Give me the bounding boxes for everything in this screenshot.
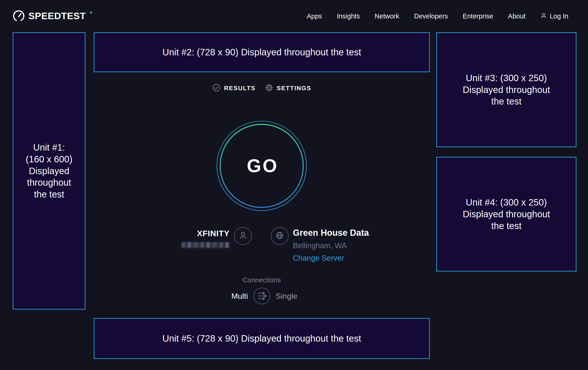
view-tabs: RESULTS SETTINGS (94, 83, 430, 94)
connections-toggle[interactable] (253, 287, 271, 305)
isp-name: XFINITY (181, 229, 230, 238)
nav-item-apps[interactable]: Apps (307, 12, 322, 20)
server-avatar (271, 227, 289, 245)
connections-single-option[interactable]: Single (276, 291, 304, 300)
tab-settings-label: SETTINGS (277, 85, 311, 92)
speedtest-gauge-icon (13, 10, 25, 23)
tab-settings[interactable]: SETTINGS (265, 83, 311, 93)
tab-results[interactable]: RESULTS (212, 83, 256, 93)
nav-item-enterprise[interactable]: Enterprise (462, 12, 493, 20)
server-block: Green House Data Bellingham, WA Change S… (293, 228, 369, 262)
nav-item-insights[interactable]: Insights (337, 12, 360, 20)
ad-unit-3: Unit #3: (300 x 250) Displayed throughou… (436, 32, 577, 147)
ad-unit-1-label: Unit #1: (160 x 600) Displayed throughou… (24, 142, 74, 200)
check-circle-icon (212, 83, 220, 93)
gear-icon (265, 83, 273, 93)
connections-row: Multi Single (94, 287, 430, 305)
ad-unit-2: Unit #2: (728 x 90) Displayed throughout… (94, 32, 430, 72)
login-label: Log In (550, 12, 568, 20)
nav-item-about[interactable]: About (508, 12, 526, 20)
ad-unit-5-label: Unit #5: (728 x 90) Displayed throughout… (162, 333, 361, 344)
tab-results-label: RESULTS (224, 85, 256, 92)
isp-avatar (234, 227, 252, 245)
login-button[interactable]: Log In (540, 12, 568, 20)
ad-unit-3-label: Unit #3: (300 x 250) Displayed throughou… (460, 72, 553, 107)
redacted-ip (181, 242, 230, 248)
brand-name: SPEEDTEST (28, 10, 86, 22)
ad-unit-1: Unit #1: (160 x 600) Displayed throughou… (13, 32, 85, 310)
ad-unit-4: Unit #4: (300 x 250) Displayed throughou… (436, 157, 577, 271)
globe-icon (275, 230, 285, 241)
ad-unit-2-label: Unit #2: (728 x 90) Displayed throughout… (162, 46, 361, 58)
speedtest-logo[interactable]: SPEEDTEST ® (13, 10, 92, 23)
server-name: Green House Data (293, 228, 369, 238)
server-location: Bellingham, WA (293, 241, 369, 250)
connections-label: Connections (94, 276, 430, 284)
change-server-link[interactable]: Change Server (293, 254, 369, 262)
nav-item-developers[interactable]: Developers (414, 12, 448, 20)
brand-trademark: ® (90, 11, 92, 14)
isp-block: XFINITY (181, 229, 230, 248)
user-icon (540, 12, 547, 20)
connections-multi-option[interactable]: Multi (220, 291, 248, 300)
main-nav: Apps Insights Network Developers Enterpr… (307, 12, 568, 20)
top-nav-bar: SPEEDTEST ® Apps Insights Network Develo… (0, 0, 588, 32)
ad-unit-4-label: Unit #4: (300 x 250) Displayed throughou… (460, 197, 553, 232)
speedtest-page: SPEEDTEST ® Apps Insights Network Develo… (0, 0, 588, 370)
person-icon (238, 230, 248, 241)
nav-item-network[interactable]: Network (375, 12, 399, 20)
go-button[interactable]: GO (215, 120, 308, 212)
go-button-label: GO (215, 120, 308, 212)
ad-unit-5: Unit #5: (728 x 90) Displayed throughout… (94, 318, 430, 359)
